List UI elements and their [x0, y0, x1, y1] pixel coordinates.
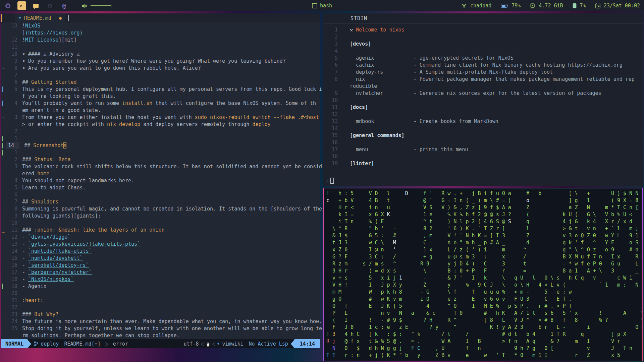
branch-name: deploy	[41, 341, 59, 347]
calendar-icon[interactable]	[595, 3, 600, 8]
editor-row: 23### But Why?	[1, 311, 320, 318]
stdin-row: 5 agenix - age-encrypted secrets for Nix…	[323, 55, 643, 62]
editor-row: ~3From there you can either install the …	[1, 114, 320, 121]
stdin-row: 16	[323, 139, 643, 146]
editor-tabbar: ▼ README.md ●	[1, 13, 320, 22]
editor-row: 2### Status: Beta	[1, 156, 320, 163]
matrix-row: _ N O _ $ d h N g g j F C , U f n 9 h ? …	[326, 345, 642, 352]
stdin-row: 14	[323, 125, 643, 132]
editor-row: 24The future is more uncertain than ever…	[1, 318, 320, 325]
matrix-row: & J $ G 5 : # , m V ! ` N h K = [ I 3 Z …	[326, 232, 642, 239]
matrix-row: V H ! I J p X y Z y % 9 C J \ o \ H 4 > …	[326, 282, 642, 289]
battery-percent: 79%	[512, 3, 521, 9]
stdin-row: roducible	[323, 83, 643, 90]
editor-row: 12- `divnix/digga`	[1, 234, 320, 241]
tabline-cursor	[68, 15, 69, 21]
volume-control[interactable]	[82, 3, 111, 8]
stdin-row: 1⚒ Welcome to nixos	[323, 26, 643, 34]
editor-row: ](https://nixos.org)	[1, 29, 320, 37]
stdin-row: 9 nvfetcher - Generate nix sources expr …	[323, 90, 643, 97]
matrix-row: ! 3 4 h C [ k _ : $ : " k / t / # d t b …	[326, 331, 642, 338]
top-bar: >_ ⚙ @ bash chadpad 79% 4.72 GiB	[0, 0, 644, 11]
matrix-row: g O # w K v m i O e z E v 6 o v F U 3 C …	[326, 296, 642, 303]
editor-row: 1	[1, 135, 320, 142]
matrix-row: ! h : 5 V D l D f ' R w . + j B i f u 0 …	[326, 190, 642, 197]
stdin-row: 4	[323, 48, 643, 55]
statusline-right: utf-8 < < ▼ vimwiki No Active Lsp 14:14	[183, 339, 320, 348]
stdin-row: 19[linter]	[323, 160, 643, 167]
prompt-colon: :	[326, 178, 329, 184]
matrix-content[interactable]: ! h : 5 V D l D f ' R w . + j B i f u 0 …	[324, 188, 642, 361]
matrix-row: t J 3 w C \ M C - n o " m h _ p # A _ d …	[326, 239, 642, 246]
tab-readme[interactable]: ▼ README.md ●	[15, 13, 65, 22]
editor-row: 21:heart:	[1, 297, 320, 304]
editor-row: 2	[1, 128, 320, 135]
terminal-icon[interactable]: >_	[17, 1, 26, 10]
editor-row: 5Learn to adopt Chaos.	[1, 184, 320, 191]
clock-label: 23/Sat 00:02	[604, 3, 640, 9]
editor-row: 15- `numtide/devshell`	[1, 255, 320, 262]
matrix-row: ( I ! - # 9 $ ? H R ^ [ 8 L V J ^ > # 8 …	[326, 317, 642, 324]
editor-row: 10	[1, 220, 320, 227]
editor-row: 10> #### ⚠ Advisory ⚠	[1, 51, 320, 58]
matrix-row: c + b V 4 B t @ ` G = I n ( _ ) m \ # = …	[326, 197, 642, 204]
stdin-title: STDIN	[351, 15, 367, 21]
cpu-chip-icon	[530, 3, 535, 8]
editor-row: 19- Agenix	[1, 283, 320, 290]
at-icon[interactable]: @	[60, 1, 68, 10]
focused-window-title: bash	[312, 3, 332, 9]
command-prompt[interactable]: :	[326, 178, 334, 184]
modified-dot-icon: ●	[59, 15, 62, 20]
stdin-row: 13 mdbook - Create books from MarkDown	[323, 118, 643, 125]
window-title-label: bash	[320, 3, 332, 9]
stdin-row: 3[devos]	[323, 41, 643, 48]
editor-row: 6## Getting Started	[1, 79, 320, 86]
editor-row: 8Summoning is powerful magic, and cannot…	[1, 205, 320, 213]
stdin-row: 10	[323, 97, 643, 104]
editor-row: 17- `berberman/nvfetcher`	[1, 269, 320, 276]
cpu-percent: 7%	[580, 3, 586, 9]
branch-icon	[34, 341, 38, 346]
editor-row: 11	[1, 44, 320, 51]
editor-row: 7	[1, 72, 320, 79]
matrix-row: \ ^ R " b ' - 8 2 ' 6 ) K . ` T Z r ] l …	[326, 225, 642, 232]
battery-icon	[501, 4, 508, 8]
stdin-terminal-window: STDIN 1⚒ Welcome to nixos23[devos]45 age…	[323, 13, 643, 186]
git-branch[interactable]: deploy	[34, 341, 59, 347]
editor-row: 4You should not expect landmarks here.	[1, 177, 320, 184]
editor-row: 25Stop doing it by yourself, unless we l…	[1, 325, 320, 332]
matrix-row: Q f E J K [ 5 4 ^ Q 1 M E % p S P . r # …	[326, 303, 642, 310]
editor-row: 13- `gytis-ivaskevicius/flake-utils-plus…	[1, 241, 320, 248]
editor-row: _11### :onion: &mdash; like the layers o…	[1, 227, 320, 234]
editor-row: 9following giants][giants]:	[1, 213, 320, 220]
tab-accent-bar	[1, 14, 2, 22]
editor-row: ered home	[1, 170, 320, 177]
markdown-icon: ▼	[19, 16, 21, 20]
matrix-row: 9 H r ( = d x s \ B : 0 + P F r = 8 a 1 …	[326, 267, 642, 275]
editor-row: 3The volcanic rock still shifts below th…	[1, 163, 320, 170]
volume-slider[interactable]	[91, 5, 111, 6]
editor-rows[interactable]: 13!NixOS](https://nixos.org)12!MIT Licen…	[1, 22, 320, 339]
editor-statusline: NORMAL deploy README.md[+] > error utf-8…	[1, 339, 320, 348]
firefox-icon[interactable]	[3, 1, 12, 10]
editor-row: 4You'll probably want to run some instal…	[1, 100, 320, 107]
stdin-row: 15[general commands]	[323, 132, 643, 139]
prompt-cursor	[330, 178, 334, 184]
chat-icon[interactable]	[32, 1, 40, 10]
editor-row: 12!MIT License][mit]	[1, 37, 320, 44]
stdin-row: 2	[323, 34, 643, 41]
matrix-row: G ? F 3 C : / + g u @ s m 3 : x / B X M …	[326, 253, 642, 260]
editor-row: 14## Screenshots	[1, 142, 320, 149]
editor-row: 5This is my personal deployment hub. I c…	[1, 86, 320, 93]
stdin-row: 12	[323, 111, 643, 118]
stdin-row: 11[docs]	[323, 104, 643, 111]
separator-left-icon: <	[201, 339, 204, 348]
editor-row: rm solutions. Perhaps together we can st…	[1, 332, 320, 339]
workspace-icons: >_ ⚙ @	[3, 1, 111, 10]
hostname-label: chadpad	[470, 3, 491, 9]
matrix-terminal-window: ! h : 5 V D l D f ' R w . + j B i f u 0 …	[323, 188, 643, 361]
wifi-icon[interactable]	[461, 3, 467, 8]
separator-left-icon: <	[212, 339, 215, 348]
gear-icon[interactable]: ⚙	[46, 1, 54, 10]
editor-row: 1	[1, 149, 320, 156]
